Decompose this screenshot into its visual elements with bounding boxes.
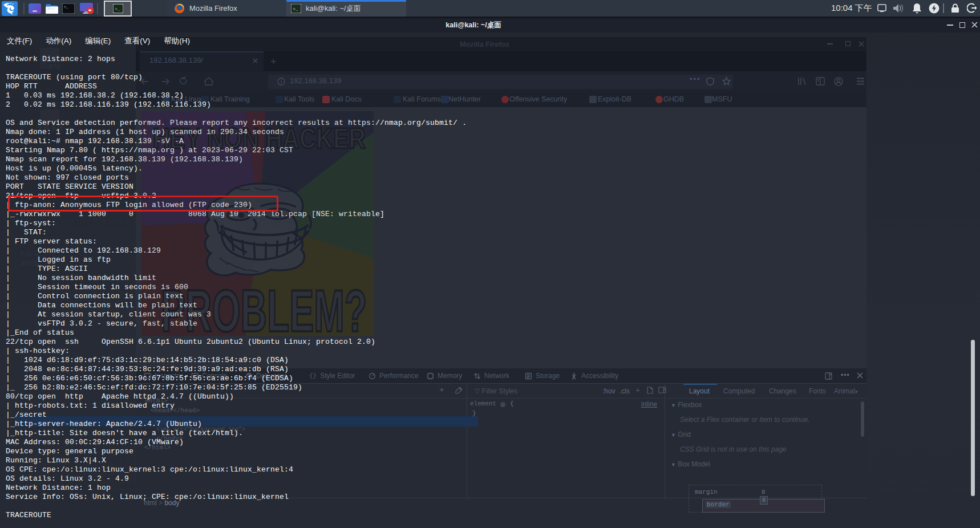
svg-text:>_: >_ (293, 6, 298, 11)
svg-text:>_: >_ (64, 5, 68, 9)
svg-text:>_: >_ (115, 6, 120, 11)
